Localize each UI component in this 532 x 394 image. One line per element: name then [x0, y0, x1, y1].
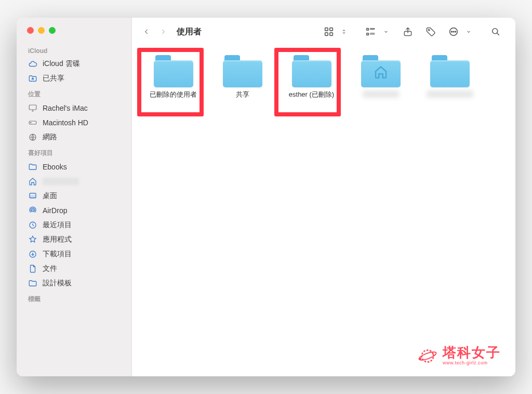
- sidebar-item-label: AirDrop: [43, 206, 67, 215]
- sidebar-item-recents[interactable]: 最近項目: [17, 218, 131, 232]
- toolbar: 使用者: [132, 18, 515, 46]
- folder-icon: [361, 55, 401, 87]
- window-title: 使用者: [177, 27, 202, 37]
- sidebar-item-design-templates[interactable]: 設計模板: [17, 276, 131, 291]
- sidebar: iCloud iCloud 雲碟 已共享 位置 Rachel's iMac Ma…: [17, 18, 132, 376]
- sidebar-item-icloud-drive[interactable]: iCloud 雲碟: [17, 57, 131, 71]
- svg-point-20: [453, 31, 454, 32]
- svg-point-22: [493, 29, 498, 34]
- sidebar-section-locations: 位置: [17, 86, 131, 101]
- download-icon: [28, 249, 37, 259]
- svg-rect-13: [330, 33, 333, 36]
- close-window-button[interactable]: [27, 27, 34, 34]
- view-icons-button[interactable]: [318, 23, 339, 41]
- imac-icon: [28, 103, 37, 113]
- svg-rect-11: [330, 28, 333, 31]
- sidebar-item-macintosh-hd[interactable]: Macintosh HD: [17, 115, 131, 130]
- finder-window: iCloud iCloud 雲碟 已共享 位置 Rachel's iMac Ma…: [17, 18, 515, 376]
- folder-label-blurred: [363, 90, 399, 98]
- back-button[interactable]: [139, 23, 154, 41]
- sidebar-item-network[interactable]: 網路: [17, 130, 131, 145]
- watermark-url: www.tech-girlz.com: [443, 361, 501, 365]
- svg-point-21: [455, 31, 456, 32]
- svg-rect-15: [367, 33, 369, 35]
- fullscreen-window-button[interactable]: [49, 27, 56, 34]
- cloud-icon: [28, 59, 37, 69]
- airdrop-icon: [28, 206, 37, 215]
- sidebar-item-desktop[interactable]: 桌面: [17, 189, 131, 203]
- folder-icon: [154, 55, 193, 87]
- svg-rect-12: [325, 33, 328, 36]
- minimize-window-button[interactable]: [38, 27, 45, 34]
- share-button[interactable]: [397, 23, 418, 41]
- sidebar-item-label: 已共享: [43, 74, 64, 83]
- folder-home-user[interactable]: [351, 55, 410, 99]
- content-area[interactable]: 已刪除的使用者 共享 esther (已刪除): [132, 46, 515, 376]
- svg-rect-14: [367, 29, 369, 31]
- action-menu-chevron[interactable]: [464, 23, 473, 41]
- folder-label: esther (已刪除): [289, 90, 334, 99]
- apps-icon: [28, 235, 37, 244]
- folder-label: 已刪除的使用者: [150, 90, 197, 99]
- shared-folder-icon: [28, 74, 37, 83]
- sidebar-item-label: 網路: [43, 133, 57, 142]
- sidebar-item-applications[interactable]: 應用程式: [17, 232, 131, 247]
- view-menu-chevron[interactable]: [340, 23, 348, 41]
- folder-icon: [430, 55, 470, 87]
- svg-point-17: [428, 29, 430, 31]
- watermark-icon: [417, 345, 437, 366]
- action-menu-button[interactable]: [443, 23, 464, 41]
- sidebar-item-label: 最近項目: [43, 220, 72, 230]
- folder-icon: [28, 162, 37, 172]
- desktop-icon: [28, 191, 37, 201]
- svg-rect-6: [30, 195, 36, 198]
- folder-esther-deleted[interactable]: esther (已刪除): [282, 55, 341, 99]
- sidebar-item-label: 應用程式: [43, 235, 72, 244]
- sidebar-section-tags: 標籤: [17, 291, 131, 306]
- sidebar-item-home[interactable]: [17, 174, 131, 189]
- traffic-lights: [17, 27, 131, 43]
- sidebar-item-ebooks[interactable]: Ebooks: [17, 160, 131, 174]
- watermark-title: 塔科女子: [443, 346, 501, 359]
- sidebar-item-label: Ebooks: [43, 163, 67, 171]
- svg-point-19: [451, 31, 452, 32]
- sidebar-item-label: 設計模板: [43, 279, 72, 288]
- main-area: 使用者: [132, 18, 515, 376]
- sidebar-item-airdrop[interactable]: AirDrop: [17, 203, 131, 218]
- folder-label-blurred: [427, 90, 473, 98]
- folder-label: 共享: [236, 90, 249, 99]
- home-icon: [373, 64, 389, 80]
- sidebar-item-imac[interactable]: Rachel's iMac: [17, 101, 131, 115]
- svg-point-23: [420, 348, 435, 363]
- folder-icon: [223, 55, 262, 87]
- svg-point-24: [418, 350, 437, 362]
- hdd-icon: [28, 118, 37, 127]
- folder-icon: [28, 279, 37, 288]
- sidebar-item-label: 下載項目: [43, 249, 72, 259]
- group-menu-chevron[interactable]: [382, 23, 390, 41]
- svg-rect-1: [29, 105, 36, 110]
- watermark: 塔科女子 www.tech-girlz.com: [417, 345, 501, 366]
- folder-unknown[interactable]: [420, 55, 480, 99]
- sidebar-item-label: 桌面: [43, 191, 57, 201]
- document-icon: [28, 264, 37, 273]
- sidebar-item-shared[interactable]: 已共享: [17, 71, 131, 86]
- sidebar-item-downloads[interactable]: 下載項目: [17, 247, 131, 261]
- clock-icon: [28, 220, 37, 230]
- sidebar-section-icloud: iCloud: [17, 43, 131, 57]
- sidebar-item-label: Macintosh HD: [43, 119, 88, 127]
- sidebar-item-label: 文件: [43, 264, 57, 273]
- svg-point-3: [31, 122, 31, 123]
- folder-deleted-users[interactable]: 已刪除的使用者: [143, 55, 203, 99]
- sidebar-item-documents[interactable]: 文件: [17, 261, 131, 276]
- group-button[interactable]: [361, 23, 381, 41]
- sidebar-item-label-blurred: [43, 178, 79, 185]
- search-button[interactable]: [485, 23, 506, 41]
- svg-point-7: [32, 209, 34, 212]
- folder-shared[interactable]: 共享: [212, 55, 272, 99]
- tags-button[interactable]: [420, 23, 441, 41]
- sidebar-item-label: Rachel's iMac: [43, 104, 88, 112]
- folder-icon: [292, 55, 331, 87]
- sidebar-section-favorites: 喜好項目: [17, 145, 131, 160]
- forward-button[interactable]: [156, 23, 170, 41]
